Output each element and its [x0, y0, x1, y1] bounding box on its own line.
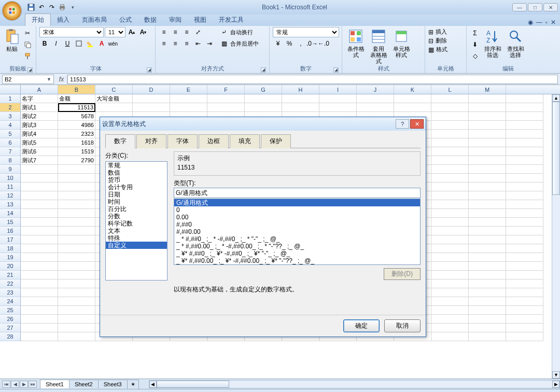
italic-icon[interactable]: I	[51, 38, 61, 49]
cell[interactable]	[21, 306, 58, 315]
cell[interactable]	[506, 235, 543, 244]
cell[interactable]	[431, 165, 469, 174]
cell[interactable]	[506, 315, 543, 324]
ribbon-minimize-icon[interactable]: —	[536, 19, 542, 26]
cell[interactable]	[469, 297, 506, 306]
merge-center-button[interactable]: ▦合并后居中	[219, 38, 259, 49]
format-cells-button[interactable]: ▦格式	[428, 46, 447, 53]
row-header[interactable]: 17	[0, 235, 21, 244]
tab-view[interactable]: 视图	[188, 14, 213, 26]
indent-inc-icon[interactable]: ⇥	[204, 38, 215, 49]
cell[interactable]	[394, 94, 431, 103]
cell[interactable]: 2790	[58, 156, 95, 165]
cell[interactable]: 1618	[58, 138, 95, 147]
type-item[interactable]: 0	[174, 206, 420, 214]
cell[interactable]	[21, 200, 58, 209]
col-header[interactable]: K	[394, 85, 431, 94]
cell[interactable]	[469, 138, 506, 147]
formula-input[interactable]: 11513	[67, 75, 558, 84]
name-box[interactable]: B2▼	[2, 75, 54, 84]
col-header[interactable]: F	[207, 85, 245, 94]
cell[interactable]	[245, 103, 282, 112]
col-header[interactable]: A	[21, 85, 58, 94]
col-header[interactable]: I	[319, 85, 357, 94]
cancel-button[interactable]: 取消	[384, 319, 421, 332]
row-header[interactable]: 16	[0, 227, 21, 235]
cell[interactable]	[506, 121, 543, 130]
cell[interactable]	[506, 103, 543, 112]
dialog-tab-number[interactable]: 数字	[105, 134, 135, 148]
chevron-down-icon[interactable]: ▼	[47, 77, 51, 82]
cell[interactable]	[58, 271, 95, 279]
cell[interactable]	[207, 94, 245, 103]
clipboard-launcher-icon[interactable]: ◢	[27, 67, 33, 73]
row-header[interactable]: 14	[0, 209, 21, 218]
cell[interactable]	[469, 227, 506, 235]
dialog-tab-border[interactable]: 边框	[199, 134, 229, 148]
cell[interactable]	[58, 315, 95, 324]
row-header[interactable]: 12	[0, 191, 21, 200]
cell[interactable]: 测试6	[21, 147, 58, 156]
category-item[interactable]: 常规	[106, 162, 167, 169]
category-item[interactable]: 百分比	[106, 205, 167, 213]
cell[interactable]	[506, 138, 543, 147]
row-header[interactable]: 25	[0, 306, 21, 315]
tab-review[interactable]: 审阅	[163, 14, 188, 26]
format-as-table-button[interactable]: 套用 表格格式	[368, 27, 389, 64]
cell[interactable]	[95, 103, 133, 112]
cell[interactable]	[469, 191, 506, 200]
cell[interactable]	[431, 138, 469, 147]
sheet-tab[interactable]: Sheet3	[98, 380, 128, 388]
type-item[interactable]: _ * #,##0.00_ ;_ * -#,##0.00_ ;_ * "-"??…	[174, 243, 420, 250]
col-header[interactable]: M	[469, 85, 506, 94]
cell[interactable]	[469, 130, 506, 138]
cell[interactable]	[506, 183, 543, 191]
align-bottom-icon[interactable]: ≡	[181, 27, 192, 37]
cell[interactable]	[469, 279, 506, 288]
row-header[interactable]: 15	[0, 218, 21, 227]
cell[interactable]	[431, 271, 469, 279]
percent-icon[interactable]: %	[284, 38, 295, 49]
last-sheet-icon[interactable]: ⏭	[29, 381, 37, 388]
cell[interactable]	[506, 244, 543, 253]
cell[interactable]	[469, 165, 506, 174]
cell[interactable]	[506, 271, 543, 279]
row-header[interactable]: 22	[0, 279, 21, 288]
cell[interactable]	[506, 253, 543, 262]
category-item[interactable]: 文本	[106, 227, 167, 234]
row-header[interactable]: 18	[0, 244, 21, 253]
cell[interactable]	[21, 209, 58, 218]
cell[interactable]	[431, 315, 469, 324]
category-item[interactable]: 科学记数	[106, 220, 167, 227]
cell[interactable]	[469, 94, 506, 103]
cell[interactable]	[58, 324, 95, 332]
row-header[interactable]: 13	[0, 200, 21, 209]
find-select-button[interactable]: 查找和 选择	[505, 27, 526, 58]
cell[interactable]	[58, 200, 95, 209]
col-header[interactable]: G	[245, 85, 282, 94]
maximize-button[interactable]: □	[528, 3, 542, 11]
cell[interactable]	[21, 235, 58, 244]
dialog-help-button[interactable]: ?	[396, 119, 409, 129]
comma-icon[interactable]: ,	[296, 38, 306, 49]
row-header[interactable]: 11	[0, 183, 21, 191]
border-icon[interactable]	[74, 38, 84, 49]
type-item[interactable]: 0.00	[174, 214, 420, 221]
cell[interactable]	[431, 262, 469, 271]
row-header[interactable]: 3	[0, 112, 21, 121]
cell[interactable]	[319, 103, 357, 112]
autosum-icon[interactable]: Σ	[470, 28, 480, 38]
cell[interactable]	[431, 94, 469, 103]
select-all-corner[interactable]	[0, 85, 21, 94]
undo-icon[interactable]: ↶	[37, 3, 46, 11]
row-header[interactable]: 24	[0, 297, 21, 306]
cell[interactable]	[431, 130, 469, 138]
cell[interactable]	[469, 103, 506, 112]
close-button[interactable]: ✕	[543, 3, 558, 11]
cell[interactable]	[357, 94, 394, 103]
col-header[interactable]: D	[133, 85, 170, 94]
cell[interactable]	[21, 165, 58, 174]
category-item[interactable]: 自定义	[106, 242, 167, 249]
cell[interactable]: 4986	[58, 121, 95, 130]
tab-formulas[interactable]: 公式	[113, 14, 138, 26]
